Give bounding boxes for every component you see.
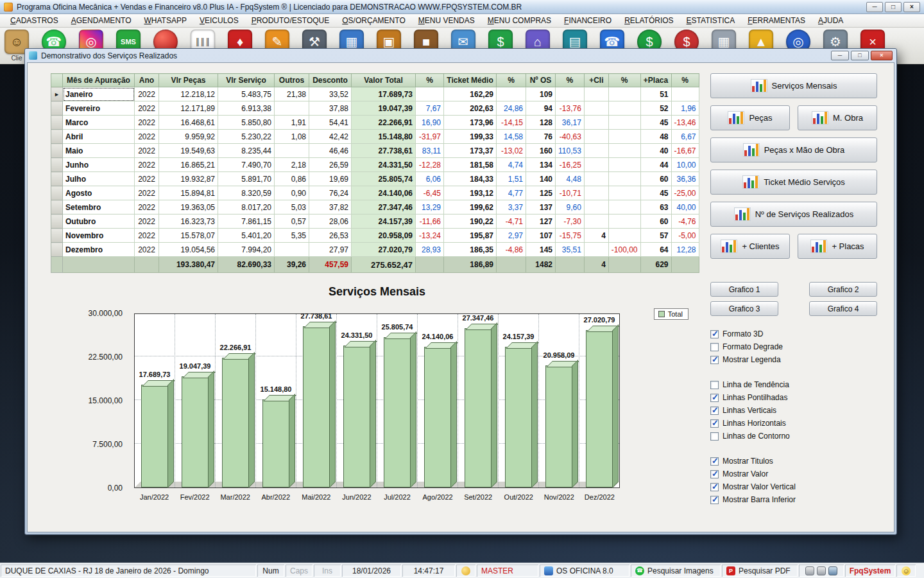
cell[interactable]: [584, 186, 608, 200]
row-selector[interactable]: [51, 130, 63, 144]
cell[interactable]: 2022: [135, 130, 159, 144]
cell[interactable]: 2022: [135, 200, 159, 215]
cell[interactable]: 8.320,59: [218, 186, 275, 200]
cell[interactable]: [608, 158, 640, 172]
cell[interactable]: 202,63: [444, 101, 497, 116]
menu-menu-vendas[interactable]: MENU VENDAS: [412, 15, 481, 26]
placas-button[interactable]: + Placas: [798, 234, 877, 259]
dialog-close-button[interactable]: [871, 51, 893, 60]
cell[interactable]: 45: [640, 116, 671, 130]
cell[interactable]: Junho: [63, 158, 135, 172]
cell[interactable]: 5,03: [275, 200, 309, 215]
cell[interactable]: Novembro: [63, 229, 135, 243]
cell[interactable]: -100,00: [608, 243, 640, 257]
cell[interactable]: 4,74: [497, 158, 526, 172]
cell[interactable]: 9,60: [556, 200, 585, 215]
cell[interactable]: -4,76: [671, 215, 699, 229]
cell[interactable]: Agosto: [63, 186, 135, 200]
cell[interactable]: -15,75: [556, 229, 585, 243]
cell[interactable]: 37,88: [309, 101, 352, 116]
cell[interactable]: 2022: [135, 172, 159, 186]
cell[interactable]: [608, 200, 640, 215]
menu-whatsapp[interactable]: WHATSAPP: [138, 15, 193, 26]
cell[interactable]: Marco: [63, 116, 135, 130]
menu-menu-compras[interactable]: MENU COMPRAS: [481, 15, 558, 26]
cell[interactable]: 2022: [135, 101, 159, 116]
cell[interactable]: [584, 144, 608, 158]
cell[interactable]: -4,86: [497, 243, 526, 257]
cell[interactable]: 5.850,80: [218, 116, 275, 130]
cell[interactable]: 5,35: [275, 229, 309, 243]
cell[interactable]: 184,33: [444, 172, 497, 186]
cell[interactable]: 21,38: [275, 87, 309, 101]
cell[interactable]: 2022: [135, 215, 159, 229]
cell[interactable]: 2,97: [497, 229, 526, 243]
cell[interactable]: 6.913,38: [218, 101, 275, 116]
cell[interactable]: 19.054,56: [159, 243, 218, 257]
pecas-button[interactable]: Peças: [710, 105, 790, 130]
dialog-maximize-button[interactable]: [851, 51, 869, 60]
cell[interactable]: 5.483,75: [218, 87, 275, 101]
cell[interactable]: 110,53: [556, 144, 585, 158]
cell[interactable]: 16.865,21: [159, 158, 218, 172]
cell[interactable]: 5.891,70: [218, 172, 275, 186]
cell[interactable]: 15.578,07: [159, 229, 218, 243]
cell[interactable]: 40,00: [671, 200, 699, 215]
cell[interactable]: 33,52: [309, 87, 352, 101]
cell[interactable]: [608, 144, 640, 158]
cell[interactable]: 2022: [135, 144, 159, 158]
cell[interactable]: 1,91: [275, 116, 309, 130]
cell[interactable]: 0,90: [275, 186, 309, 200]
cell[interactable]: 35,51: [556, 243, 585, 257]
cell[interactable]: 173,96: [444, 116, 497, 130]
cell[interactable]: 10,00: [671, 158, 699, 172]
cell[interactable]: [556, 87, 585, 101]
cell[interactable]: [608, 186, 640, 200]
menu-financeiro[interactable]: FINANCEIRO: [558, 15, 618, 26]
cell[interactable]: 22.266,91: [352, 116, 416, 130]
cell[interactable]: Setembro: [63, 200, 135, 215]
cell[interactable]: Fevereiro: [63, 101, 135, 116]
row-selector[interactable]: [51, 101, 63, 116]
cell[interactable]: 2022: [135, 186, 159, 200]
cell[interactable]: 16.323,73: [159, 215, 218, 229]
cell[interactable]: 7.994,20: [218, 243, 275, 257]
cell[interactable]: 44: [640, 158, 671, 172]
cell[interactable]: 5.230,22: [218, 130, 275, 144]
cell[interactable]: 195,87: [444, 229, 497, 243]
cell[interactable]: -12,28: [416, 158, 444, 172]
cell[interactable]: 2022: [135, 116, 159, 130]
cell[interactable]: 125: [526, 186, 556, 200]
cell[interactable]: [275, 101, 309, 116]
cell[interactable]: 19.932,87: [159, 172, 218, 186]
cell[interactable]: [584, 116, 608, 130]
cell[interactable]: 26,53: [309, 229, 352, 243]
cell[interactable]: 4,48: [556, 172, 585, 186]
checkbox-formato-3d[interactable]: Formato 3D: [710, 328, 877, 340]
cell[interactable]: [608, 87, 640, 101]
cell[interactable]: [584, 215, 608, 229]
cell[interactable]: Outubro: [63, 215, 135, 229]
checkbox-mostrar-valor-vertical[interactable]: Mostrar Valor Vertical: [710, 480, 877, 493]
row-selector[interactable]: [51, 186, 63, 200]
cell[interactable]: 12,28: [671, 243, 699, 257]
menu-ajuda[interactable]: AJUDA: [812, 15, 850, 26]
cell[interactable]: 193,12: [444, 186, 497, 200]
cell[interactable]: 6,06: [416, 172, 444, 186]
cell[interactable]: [584, 200, 608, 215]
row-selector[interactable]: [51, 243, 63, 257]
checkbox-mostrar-barra-inferior[interactable]: Mostrar Barra Inferior: [710, 493, 877, 506]
cell[interactable]: 4,77: [497, 186, 526, 200]
cell[interactable]: 8.235,44: [218, 144, 275, 158]
row-selector[interactable]: [51, 116, 63, 130]
cell[interactable]: 63: [640, 200, 671, 215]
checkbox-mostrar-titulos[interactable]: Mostrar Titulos: [710, 455, 877, 468]
cell[interactable]: 76: [526, 130, 556, 144]
checkbox-linhas-horizontais[interactable]: Linhas Horizontais: [710, 417, 877, 430]
cell[interactable]: 7.861,15: [218, 215, 275, 229]
ticket-medio-servicos-button[interactable]: Ticket Médio Serviços: [710, 170, 877, 195]
menu-relatorios[interactable]: RELATÓRIOS: [618, 15, 680, 26]
cell[interactable]: 27,97: [309, 243, 352, 257]
cell[interactable]: 162,29: [444, 87, 497, 101]
cell[interactable]: 19.363,05: [159, 200, 218, 215]
